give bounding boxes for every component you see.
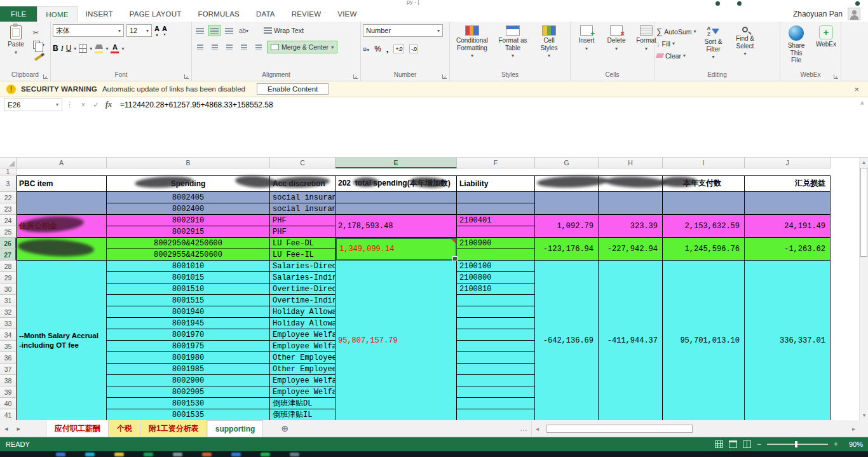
row-header-23[interactable]: 23	[0, 203, 17, 215]
enter-entry-icon[interactable]: ✓	[90, 100, 102, 109]
tab-formulas[interactable]: FORMULAS	[189, 6, 248, 22]
cell-B40[interactable]: 8001530	[107, 398, 270, 409]
cell-J28[interactable]: 336,337.01	[745, 261, 831, 420]
clipboard-dialog-launcher[interactable]	[43, 74, 48, 79]
cell-C27[interactable]: LU Fee-IL	[270, 249, 336, 261]
row-header-30[interactable]: 30	[0, 283, 17, 295]
cell-F22[interactable]	[457, 192, 535, 203]
cell-E22[interactable]	[336, 192, 457, 203]
autosum-button[interactable]: ∑AutoSum▾	[656, 25, 696, 38]
tab-review[interactable]: REVIEW	[283, 6, 330, 22]
row-header-37[interactable]: 37	[0, 364, 17, 375]
cell-E28[interactable]: 95,807,157.79	[336, 261, 457, 420]
column-header-H[interactable]: H	[599, 158, 663, 168]
cell-B25[interactable]: 8002915	[107, 226, 270, 238]
horizontal-scrollbar-thumb[interactable]	[546, 425, 693, 433]
sort-filter-button[interactable]: AZ Sort & Filter▾	[698, 23, 729, 61]
cell-B26[interactable]: 8002950&4250600	[107, 238, 270, 249]
cell-C40[interactable]: 倒班津贴DL	[270, 398, 336, 409]
cell-F41[interactable]	[457, 409, 535, 420]
scroll-right-icon[interactable]: ▸	[850, 425, 858, 432]
percent-style-button[interactable]: %	[374, 44, 381, 53]
cell-E24[interactable]: 2,178,593.48	[336, 215, 457, 238]
cell-C23[interactable]: social insurance	[270, 203, 336, 215]
cell-I22[interactable]	[663, 192, 745, 215]
cell-C37[interactable]: Other Employee	[270, 364, 336, 375]
copy-button[interactable]: ▾	[32, 39, 46, 50]
cell-F34[interactable]	[457, 329, 535, 341]
zoom-level[interactable]: 90%	[844, 440, 863, 448]
taskbar-app-icon[interactable]	[114, 453, 124, 456]
cell-F36[interactable]	[457, 352, 535, 364]
tab-view[interactable]: VIEW	[329, 6, 365, 22]
cell-E3[interactable]: 202 total spending(本年增加数)	[336, 175, 457, 192]
cell-B24[interactable]: 8002910	[107, 215, 270, 226]
orientation-button[interactable]: ab▾	[238, 25, 250, 36]
cell-B39[interactable]: 8002905	[107, 386, 270, 398]
cell-H26[interactable]: -227,942.94	[599, 238, 663, 261]
cell-F25[interactable]	[457, 226, 535, 238]
row-header-3[interactable]: 3	[0, 175, 17, 192]
find-select-button[interactable]: Find & Select▾	[731, 23, 760, 57]
collapse-formula-bar-icon[interactable]: ∧	[860, 100, 864, 106]
cell-C35[interactable]: Employee Welfare	[270, 341, 336, 352]
tab-page-layout[interactable]: PAGE LAYOUT	[121, 6, 190, 22]
tab-split-handle[interactable]: …	[520, 420, 531, 437]
font-size-combo[interactable]: 12▾	[126, 24, 152, 37]
select-all-corner[interactable]	[0, 158, 17, 168]
cell-J22[interactable]	[745, 192, 831, 215]
column-header-J[interactable]: J	[745, 158, 831, 168]
row-header-36[interactable]: 36	[0, 352, 17, 364]
delete-cells-button[interactable]: Delete▾	[602, 23, 630, 52]
row-header-41[interactable]: 41	[0, 409, 17, 420]
font-name-combo[interactable]: 宋体▾	[53, 24, 124, 37]
decrease-indent-button[interactable]	[238, 41, 250, 53]
cut-button[interactable]: ✂	[32, 27, 46, 38]
cell-A26[interactable]	[17, 238, 107, 261]
tab-file[interactable]: FILE	[0, 6, 37, 22]
column-header-C[interactable]: C	[270, 158, 336, 168]
sheet-nav-right-icon[interactable]: ▸	[13, 420, 25, 437]
align-center-button[interactable]	[208, 41, 220, 53]
scroll-down-icon[interactable]: ▼	[860, 411, 868, 420]
cell-F33[interactable]	[457, 318, 535, 329]
cell-F39[interactable]	[457, 386, 535, 398]
horizontal-scrollbar[interactable]: ◂ ▸	[531, 420, 859, 437]
cell-B37[interactable]: 8001985	[107, 364, 270, 375]
account-area[interactable]: Zhaoyuan Pan	[793, 6, 868, 22]
cell-I26[interactable]: 1,245,596.76	[663, 238, 745, 261]
increase-indent-button[interactable]	[252, 41, 264, 53]
tab-insert[interactable]: INSERT	[78, 6, 121, 22]
row-header-32[interactable]: 32	[0, 306, 17, 318]
cell-F35[interactable]	[457, 341, 535, 352]
cell-F30[interactable]: 2100810	[457, 283, 535, 295]
cell-I28[interactable]: 95,701,013.10	[663, 261, 745, 420]
underline-button[interactable]: U	[66, 44, 72, 53]
number-format-combo[interactable]: Number▾	[363, 24, 443, 37]
cell-F28[interactable]: 2100100	[457, 261, 535, 272]
cell-F3[interactable]: Liability	[457, 175, 535, 192]
zoom-slider[interactable]	[767, 444, 828, 445]
cell-G3[interactable]	[535, 175, 599, 192]
windows-taskbar[interactable]	[0, 451, 868, 457]
cell-C28[interactable]: Salaries-Direct	[270, 261, 336, 272]
taskbar-app-icon[interactable]	[290, 453, 299, 456]
cell-C32[interactable]: Holiday Allowance	[270, 306, 336, 318]
formula-bar-grip-icon[interactable]: ⋮	[62, 100, 77, 109]
row-header-29[interactable]: 29	[0, 272, 17, 283]
cell-H3[interactable]	[599, 175, 663, 192]
column-header-G[interactable]: G	[535, 158, 599, 168]
cell-B35[interactable]: 8001975	[107, 341, 270, 352]
decrease-decimal-button[interactable]: -.0	[409, 44, 418, 53]
align-right-button[interactable]	[223, 41, 235, 53]
format-painter-button[interactable]	[32, 52, 46, 63]
cell-A28[interactable]: --Month Salary Accrual -including OT fee	[17, 261, 107, 420]
clear-button[interactable]: Clear▾	[656, 50, 696, 62]
conditional-formatting-button[interactable]: Conditional Formatting▾	[452, 23, 492, 59]
cell-C41[interactable]: 倒班津贴IL	[270, 409, 336, 420]
sheet-tab-3[interactable]: 附1工资分析表	[140, 420, 207, 437]
normal-view-icon[interactable]	[715, 440, 723, 448]
cell-H22[interactable]	[599, 192, 663, 215]
titlebar-icon[interactable]	[737, 1, 742, 6]
cell-G28[interactable]: -642,136.69	[535, 261, 599, 420]
